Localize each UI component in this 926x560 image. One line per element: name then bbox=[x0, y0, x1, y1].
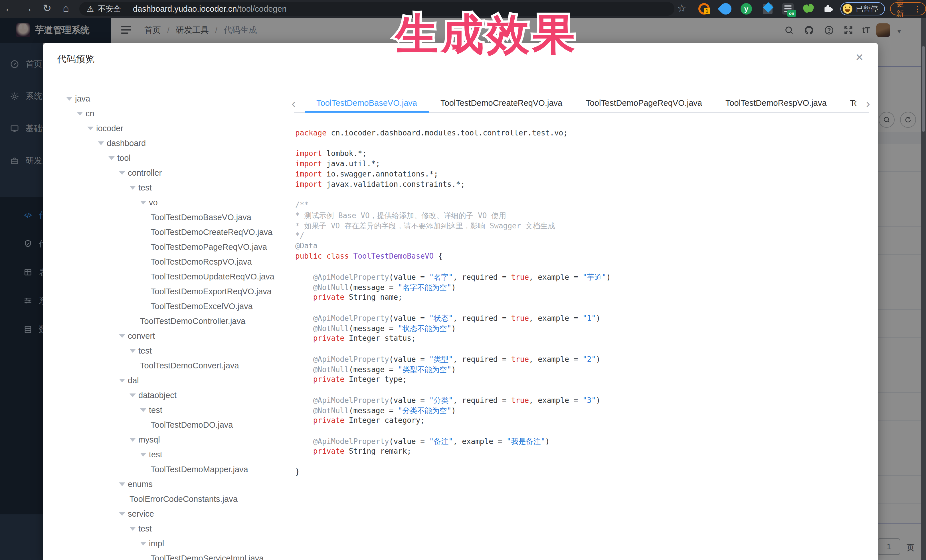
code-preview-dialog: 代码预览 × javacniocoderdashboardtoolcontrol… bbox=[43, 43, 878, 560]
browser-forward-icon[interactable]: → bbox=[21, 0, 35, 18]
code-line: @NotNull(message = "分类不能为空") bbox=[295, 406, 863, 416]
tree-folder[interactable]: iocoder bbox=[43, 121, 291, 136]
scrollbar-thumb[interactable] bbox=[922, 46, 925, 132]
code-line: * 如果子 VO 存在差异的字段，请不要添加到这里，影响 Swagger 文档生… bbox=[295, 221, 863, 231]
tree-expand-caret-icon[interactable] bbox=[140, 542, 146, 545]
tree-node-label: tool bbox=[117, 153, 131, 163]
tree-node-label: enums bbox=[128, 480, 153, 489]
tree-file[interactable]: ToolTestDemoServiceImpl.java bbox=[43, 551, 291, 560]
dialog-title: 代码预览 bbox=[57, 53, 95, 66]
browser-update-button[interactable]: 更新 ⋮ bbox=[890, 2, 926, 15]
address-bar[interactable]: ⚠ 不安全 dashboard.yudao.iocoder.cn/tool/co… bbox=[79, 2, 674, 16]
tree-expand-caret-icon[interactable] bbox=[66, 97, 73, 101]
tree-node-label: cn bbox=[86, 109, 94, 118]
annotation-text: 生成效果 bbox=[395, 6, 578, 64]
extension-green-circle-icon[interactable]: y bbox=[741, 3, 752, 15]
tree-folder[interactable]: java bbox=[43, 91, 291, 106]
file-tab[interactable]: ToolTestDemoCreateReqVO.java bbox=[429, 94, 574, 113]
tree-expand-caret-icon[interactable] bbox=[140, 408, 146, 412]
browser-reload-icon[interactable]: ↻ bbox=[40, 0, 54, 18]
tree-file[interactable]: ToolTestDemoBaseVO.java bbox=[43, 210, 291, 225]
extension-on-badge: on bbox=[787, 10, 796, 17]
tree-expand-caret-icon[interactable] bbox=[140, 453, 146, 456]
browser-menu-kebab-icon[interactable]: ⋮ bbox=[914, 4, 921, 14]
tree-folder[interactable]: mysql bbox=[43, 432, 291, 447]
tree-file[interactable]: ToolTestDemoPageReqVO.java bbox=[43, 240, 291, 254]
code-line bbox=[295, 303, 863, 313]
tree-expand-caret-icon[interactable] bbox=[130, 186, 136, 190]
tabs-next-icon[interactable]: › bbox=[866, 96, 870, 111]
code-line: package cn.iocoder.dashboard.modules.too… bbox=[295, 128, 863, 139]
file-tab[interactable]: ToolTestDemoPageReqVO.java bbox=[574, 94, 714, 113]
close-icon[interactable]: × bbox=[856, 50, 863, 63]
tree-expand-caret-icon[interactable] bbox=[130, 349, 136, 353]
tree-file[interactable]: ToolTestDemoExportReqVO.java bbox=[43, 284, 291, 299]
bookmark-star-icon[interactable]: ☆ bbox=[676, 0, 688, 18]
file-tab[interactable]: ToolTe bbox=[838, 94, 856, 113]
page-viewport: 芋道管理系统 首页 / 研发工具 / 代码生成 tT bbox=[0, 18, 926, 560]
tree-expand-caret-icon[interactable] bbox=[130, 527, 136, 531]
file-tab[interactable]: ToolTestDemoRespVO.java bbox=[714, 94, 838, 113]
page-scrollbar[interactable] bbox=[921, 18, 926, 560]
tree-folder[interactable]: tool bbox=[43, 151, 291, 165]
security-warning-icon: ⚠ bbox=[87, 4, 94, 14]
tree-folder[interactable]: controller bbox=[43, 165, 291, 180]
extension-list-icon[interactable]: on bbox=[782, 3, 794, 15]
tree-folder[interactable]: dashboard bbox=[43, 136, 291, 151]
tree-file[interactable]: ToolTestDemoUpdateReqVO.java bbox=[43, 269, 291, 284]
tree-file[interactable]: ToolTestDemoConvert.java bbox=[43, 358, 291, 373]
code-line: @ApiModelProperty(value = "分类", required… bbox=[295, 395, 863, 406]
tree-expand-caret-icon[interactable] bbox=[119, 379, 125, 382]
tree-expand-caret-icon[interactable] bbox=[130, 438, 136, 442]
tree-folder[interactable]: cn bbox=[43, 106, 291, 121]
tree-expand-caret-icon[interactable] bbox=[119, 171, 125, 175]
file-tab[interactable]: ToolTestDemoBaseVO.java bbox=[305, 94, 429, 113]
extension-sprout-icon[interactable] bbox=[803, 3, 814, 15]
tree-expand-caret-icon[interactable] bbox=[119, 483, 125, 486]
tree-file[interactable]: ToolErrorCodeConstants.java bbox=[43, 492, 291, 506]
browser-home-icon[interactable]: ⌂ bbox=[59, 0, 73, 18]
tree-file[interactable]: ToolTestDemoMapper.java bbox=[43, 462, 291, 477]
code-line: import javax.validation.constraints.*; bbox=[295, 180, 863, 190]
tree-expand-caret-icon[interactable] bbox=[87, 127, 94, 130]
tree-expand-caret-icon[interactable] bbox=[77, 112, 83, 115]
code-line: @NotNull(message = "名字不能为空") bbox=[295, 282, 863, 293]
tree-folder[interactable]: convert bbox=[43, 329, 291, 343]
tree-expand-caret-icon[interactable] bbox=[108, 156, 115, 160]
tree-folder[interactable]: test bbox=[43, 403, 291, 417]
tree-folder[interactable]: test bbox=[43, 180, 291, 195]
tree-node-label: test bbox=[138, 183, 152, 192]
tree-expand-caret-icon[interactable] bbox=[119, 512, 125, 516]
tree-folder[interactable]: test bbox=[43, 343, 291, 358]
code-line: @ApiModelProperty(value = "类型", required… bbox=[295, 355, 863, 365]
code-viewer[interactable]: package cn.iocoder.dashboard.modules.too… bbox=[295, 128, 863, 478]
tree-folder[interactable]: test bbox=[43, 447, 291, 462]
tree-folder[interactable]: dal bbox=[43, 373, 291, 388]
extension-diamond-icon[interactable] bbox=[762, 3, 774, 15]
browser-back-icon[interactable]: ← bbox=[2, 0, 17, 18]
tree-expand-caret-icon[interactable] bbox=[119, 334, 125, 338]
extension-drop-icon[interactable] bbox=[718, 1, 734, 17]
tree-file[interactable]: ToolTestDemoController.java bbox=[43, 314, 291, 329]
tree-expand-caret-icon[interactable] bbox=[140, 201, 146, 204]
tree-file[interactable]: ToolTestDemoRespVO.java bbox=[43, 254, 291, 269]
tree-expand-caret-icon[interactable] bbox=[98, 142, 104, 145]
tree-folder[interactable]: impl bbox=[43, 536, 291, 551]
profile-label: 已暂停 bbox=[856, 4, 878, 14]
tree-folder[interactable]: service bbox=[43, 506, 291, 521]
browser-profile-chip[interactable]: 已暂停 bbox=[840, 2, 885, 15]
tabs-prev-icon[interactable]: ‹ bbox=[292, 96, 296, 111]
tree-folder[interactable]: vo bbox=[43, 195, 291, 210]
tree-node-label: convert bbox=[128, 331, 155, 341]
tree-node-label: test bbox=[138, 524, 152, 533]
tree-file[interactable]: ToolTestDemoDO.java bbox=[43, 417, 291, 432]
tree-expand-caret-icon[interactable] bbox=[130, 394, 136, 397]
extension-orange-ring-icon[interactable]: 1 bbox=[698, 3, 710, 15]
extensions-puzzle-icon[interactable] bbox=[822, 3, 834, 15]
tree-folder[interactable]: enums bbox=[43, 477, 291, 492]
tree-file[interactable]: ToolTestDemoExcelVO.java bbox=[43, 299, 291, 314]
tree-file[interactable]: ToolTestDemoCreateReqVO.java bbox=[43, 225, 291, 240]
tree-folder[interactable]: dataobject bbox=[43, 388, 291, 403]
profile-avatar-icon bbox=[843, 4, 852, 14]
tree-folder[interactable]: test bbox=[43, 521, 291, 536]
